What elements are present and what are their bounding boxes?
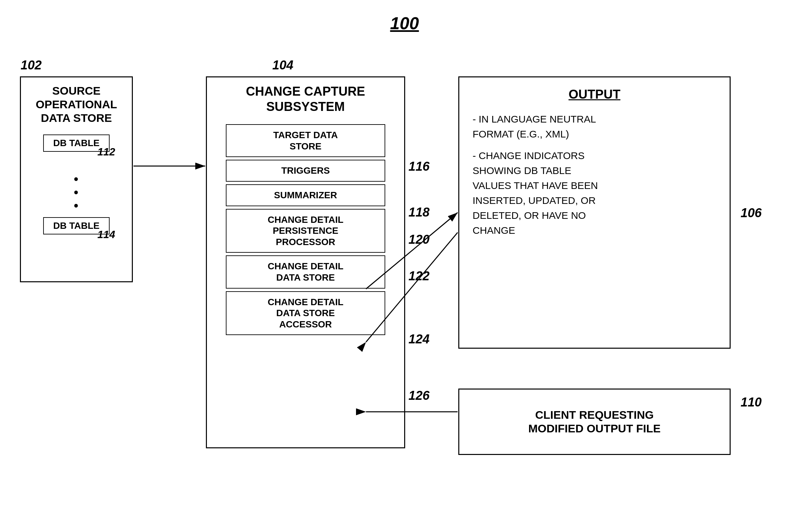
client-box: CLIENT REQUESTINGMODIFIED OUTPUT FILE <box>458 389 730 455</box>
ref-102: 102 <box>21 58 41 72</box>
summarizer-box: SUMMARIZER <box>226 184 385 206</box>
ref-116: 116 <box>409 159 429 174</box>
output-bullet1: - IN LANGUAGE NEUTRALFORMAT (E.G., XML) <box>472 111 716 141</box>
source-label: SOURCEOPERATIONALDATA STORE <box>36 84 117 124</box>
output-box: OUTPUT - IN LANGUAGE NEUTRALFORMAT (E.G.… <box>458 76 730 349</box>
ref-106: 106 <box>741 206 761 220</box>
change-capture-subsystem: CHANGE CAPTURESUBSYSTEM TARGET DATASTORE… <box>206 76 405 448</box>
output-title: OUTPUT <box>472 87 716 102</box>
output-bullet2: - CHANGE INDICATORSSHOWING DB TABLEVALUE… <box>472 148 716 238</box>
ref-110: 110 <box>741 395 761 410</box>
ref-124: 124 <box>409 332 429 346</box>
ref-122: 122 <box>409 269 429 283</box>
ref-114: 114 <box>97 228 115 241</box>
dots: ••• <box>74 172 79 212</box>
cdds-box: CHANGE DETAILDATA STORE <box>226 255 385 288</box>
source-operational-data-store: SOURCEOPERATIONALDATA STORE DB TABLE 112… <box>20 76 133 282</box>
diagram: 100 102 SOURCEOPERATIONALDATA STORE DB T… <box>0 0 809 532</box>
ref-112: 112 <box>97 146 115 158</box>
client-label: CLIENT REQUESTINGMODIFIED OUTPUT FILE <box>528 408 661 435</box>
capture-label: CHANGE CAPTURESUBSYSTEM <box>246 84 365 114</box>
ref-120: 120 <box>409 233 429 247</box>
target-data-store-box: TARGET DATASTORE <box>226 124 385 157</box>
ref-118: 118 <box>409 205 429 220</box>
cdpp-box: CHANGE DETAILPERSISTENCEPROCESSOR <box>226 209 385 253</box>
ref-126: 126 <box>409 389 429 403</box>
cddsa-box: CHANGE DETAILDATA STOREACCESSOR <box>226 291 385 336</box>
ref-104: 104 <box>272 58 293 72</box>
diagram-title: 100 <box>390 13 419 33</box>
triggers-box: TRIGGERS <box>226 160 385 182</box>
